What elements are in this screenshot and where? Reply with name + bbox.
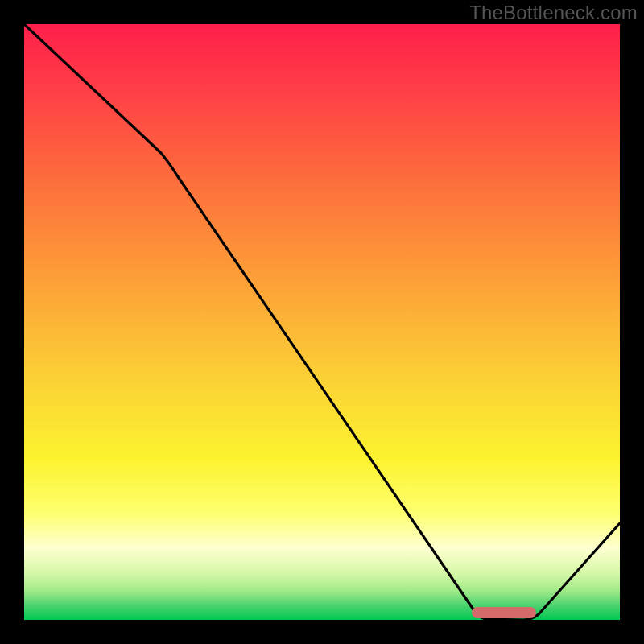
bottleneck-curve-svg — [24, 24, 620, 620]
watermark-text: TheBottleneck.com — [469, 2, 638, 24]
optimal-zone-marker — [472, 607, 536, 618]
plot-area — [24, 24, 620, 620]
bottleneck-curve-path — [24, 24, 620, 620]
chart-container: TheBottleneck.com — [0, 0, 644, 644]
